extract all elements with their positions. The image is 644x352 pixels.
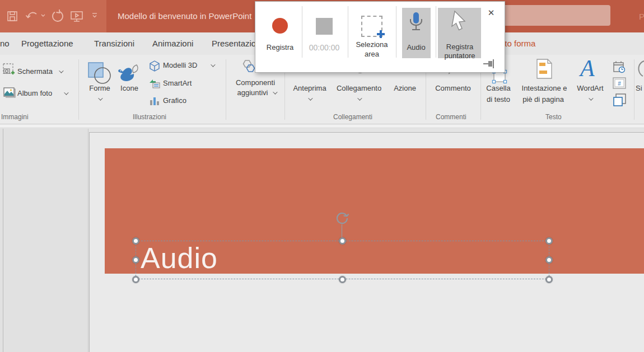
- group-label-testo: Testo: [545, 113, 562, 121]
- date-time-icon[interactable]: [613, 60, 626, 76]
- icons-label[interactable]: Icone: [120, 84, 138, 92]
- recording-timer: 00:00:00: [309, 43, 340, 52]
- text-box-label-line2[interactable]: di testo: [487, 95, 510, 104]
- slide-thumbnail-pane[interactable]: [0, 129, 88, 352]
- qat-customize-icon[interactable]: [91, 12, 99, 19]
- resize-handle-bottom-left[interactable]: [132, 276, 139, 283]
- toolbar-divider: [436, 6, 436, 58]
- tab-disegno-partial[interactable]: no: [0, 39, 10, 48]
- screenshot-label[interactable]: Schermata: [17, 67, 53, 76]
- slide-number-icon[interactable]: #: [613, 77, 626, 92]
- chevron-down-icon[interactable]: [357, 96, 362, 100]
- resize-handle-middle-left[interactable]: [132, 256, 139, 264]
- record-pointer-toggle-button[interactable]: Registra puntatore: [438, 8, 481, 58]
- object-icon[interactable]: [613, 93, 627, 110]
- symbol-icon[interactable]: [637, 59, 644, 81]
- pin-icon[interactable]: [482, 58, 497, 72]
- undo-icon[interactable]: [25, 10, 39, 23]
- stop-icon[interactable]: [316, 18, 333, 35]
- record-icon[interactable]: [272, 18, 288, 34]
- header-footer-icon[interactable]: [535, 58, 553, 82]
- resize-handle-bottom-center[interactable]: [339, 276, 346, 283]
- select-area-label-line2[interactable]: area: [365, 50, 379, 58]
- record-label[interactable]: Registra: [267, 43, 293, 51]
- tab-progettazione[interactable]: Progettazione: [21, 39, 73, 48]
- save-icon[interactable]: [6, 10, 19, 23]
- record-pointer-label-line1: Registra: [446, 43, 473, 51]
- record-pointer-label-line2: puntatore: [445, 51, 475, 60]
- tab-animazioni[interactable]: Animazioni: [152, 39, 193, 48]
- slide-banner-shape[interactable]: Audio: [105, 148, 644, 274]
- audio-toggle-button[interactable]: Audio: [402, 8, 431, 58]
- shapes-label[interactable]: Forme: [89, 84, 110, 92]
- undo-dropdown-icon[interactable]: [40, 13, 46, 18]
- select-area-label-line1[interactable]: Seleziona: [356, 40, 388, 49]
- preview-label[interactable]: Anteprima: [293, 84, 326, 92]
- symbol-label-partial[interactable]: Si: [636, 84, 642, 92]
- photo-album-label[interactable]: Album foto: [17, 89, 52, 97]
- group-divider: [226, 59, 226, 120]
- audio-label: Audio: [407, 43, 425, 51]
- chart-icon[interactable]: [149, 96, 160, 109]
- slide-canvas[interactable]: Audio: [89, 132, 644, 352]
- slide-title-text[interactable]: Audio: [141, 241, 218, 275]
- start-presentation-icon[interactable]: [69, 10, 84, 24]
- rotate-handle-icon[interactable]: [334, 211, 350, 228]
- tab-transizioni[interactable]: Transizioni: [94, 39, 134, 48]
- resize-handle-top-right[interactable]: [545, 237, 553, 245]
- resize-handle-top-left[interactable]: [132, 237, 139, 245]
- header-footer-label-line1[interactable]: Intestazione e: [522, 84, 567, 92]
- close-icon[interactable]: ✕: [486, 7, 497, 18]
- wordart-label[interactable]: WordArt: [577, 84, 603, 92]
- group-label-commenti: Commenti: [436, 113, 466, 121]
- chevron-down-icon[interactable]: [589, 96, 593, 100]
- wordart-icon[interactable]: A: [580, 56, 595, 81]
- screenshot-icon[interactable]: [2, 63, 16, 79]
- comment-label[interactable]: Commento: [435, 84, 471, 92]
- chevron-down-icon[interactable]: [59, 68, 63, 73]
- chevron-down-icon[interactable]: [273, 90, 277, 94]
- resize-handle-middle-right[interactable]: [545, 256, 553, 264]
- text-box-label-line1[interactable]: Casella: [486, 84, 510, 92]
- search-box[interactable]: [503, 5, 610, 26]
- 3d-models-icon[interactable]: [149, 60, 160, 74]
- group-label-illustrazioni: Illustrazioni: [133, 113, 166, 121]
- svg-text:#: #: [618, 81, 621, 87]
- group-divider: [78, 59, 79, 120]
- add-ins-label-line1[interactable]: Componenti: [236, 78, 275, 87]
- resize-handle-top-center[interactable]: [339, 237, 346, 245]
- editing-workspace: Audio: [0, 129, 644, 352]
- ribbon-bottom-strip: [0, 125, 644, 128]
- photo-album-icon[interactable]: [2, 86, 16, 101]
- document-title: Modello di benvenuto in PowerPoint: [118, 11, 251, 21]
- hyperlink-label[interactable]: Collegamento: [337, 84, 381, 92]
- screen-recording-toolbar: Registra 00:00:00 Seleziona area Audio: [255, 1, 505, 73]
- chevron-down-icon[interactable]: [308, 96, 312, 100]
- pane-edge-line: [3, 129, 3, 352]
- smartart-icon[interactable]: [149, 78, 160, 91]
- group-divider: [634, 59, 634, 120]
- group-label-immagini: Immagini: [1, 113, 29, 121]
- toolbar-divider: [396, 6, 396, 58]
- toolbar-divider: [348, 6, 348, 58]
- toolbar-divider: [302, 6, 302, 58]
- chevron-down-icon[interactable]: [64, 90, 68, 95]
- account-partial-text: P: [639, 12, 644, 21]
- smartart-label[interactable]: SmartArt: [163, 79, 192, 87]
- group-label-collegamenti: Collegamenti: [333, 113, 372, 121]
- chevron-down-icon[interactable]: [211, 62, 215, 67]
- 3d-models-label[interactable]: Modelli 3D: [163, 61, 197, 69]
- header-footer-label-line2[interactable]: piè di pagina: [522, 95, 564, 104]
- action-label[interactable]: Azione: [394, 84, 416, 92]
- add-ins-label-line2[interactable]: aggiuntivi: [237, 88, 268, 97]
- resize-handle-bottom-right[interactable]: [545, 276, 553, 283]
- chevron-down-icon[interactable]: [98, 96, 102, 100]
- powerpoint-window: Modello di benvenuto in PowerPoint P no …: [0, 0, 644, 352]
- redo-icon[interactable]: [50, 10, 65, 24]
- chart-label[interactable]: Grafico: [163, 96, 186, 105]
